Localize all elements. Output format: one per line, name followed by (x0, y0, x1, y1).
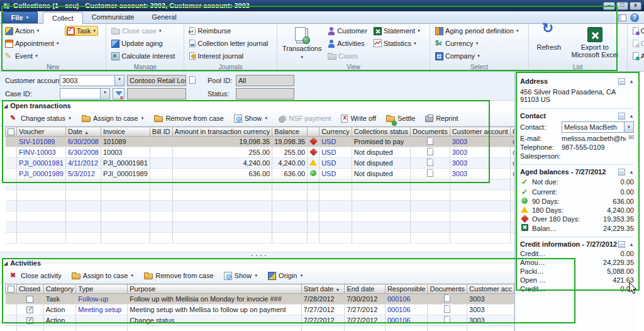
open-transactions-grid[interactable]: Voucher Date ▲ Invoice Bill ID Amount in… (5, 126, 514, 244)
col-bill-id[interactable]: Bill ID (150, 127, 172, 137)
tab-collect[interactable]: Collect (43, 12, 83, 24)
remove-from-case-button[interactable]: Remove from case (154, 115, 223, 122)
col-collections-status[interactable]: Collections status (352, 127, 410, 137)
col-category[interactable]: Category (43, 284, 76, 294)
col-invoice[interactable]: Invoice (101, 127, 150, 137)
document-note-icon[interactable] (189, 76, 196, 84)
origin-button[interactable]: Origin (268, 272, 303, 280)
layout-icon[interactable] (618, 14, 626, 21)
chevron-up-icon[interactable]: ▲ (629, 242, 634, 247)
table-row[interactable]: Task Follow-up Follow up with Mellisia o… (6, 294, 514, 305)
tab-communicate[interactable]: Communicate (83, 11, 143, 23)
change-status-button[interactable]: Change status (10, 115, 72, 123)
select-all-checkbox[interactable] (6, 284, 17, 294)
select-all-checkbox[interactable] (6, 127, 17, 137)
table-row[interactable]: Action Change status 7/27/2012 7/27/2012… (6, 315, 514, 326)
document-icon[interactable] (427, 148, 433, 155)
view-customer-button[interactable]: Customer (326, 26, 369, 36)
action-button[interactable]: Action (4, 26, 61, 36)
document-icon[interactable] (444, 316, 450, 323)
chevron-down-icon[interactable] (114, 76, 124, 86)
document-icon[interactable] (427, 169, 433, 177)
statement-button[interactable]: Statement (372, 26, 422, 36)
col-status-icon[interactable] (308, 127, 319, 137)
chevron-down-icon[interactable]: ▼ (624, 122, 633, 132)
chevron-down-icon[interactable] (100, 89, 109, 99)
update-aging-button[interactable]: Update aging (110, 38, 176, 48)
col-documents[interactable]: Documents (428, 284, 467, 294)
company-button[interactable]: Company (434, 51, 521, 61)
col-amount[interactable]: Amount in transaction currency (172, 127, 272, 137)
col-purpose[interactable]: Purpose (128, 284, 302, 294)
table-row[interactable]: PJI_00001981 4/11/2012 PJI_00001981 4,24… (6, 158, 515, 169)
view-activities-button[interactable]: Activities (326, 38, 369, 48)
maximize-button[interactable] (616, 2, 628, 10)
reimburse-button[interactable]: Reimburse (188, 26, 269, 36)
close-activity-button[interactable]: Close activity (10, 272, 62, 280)
help-icon[interactable] (630, 13, 639, 22)
table-row[interactable]: FINV-10003 6/30/2008 10003 255.00 255.00… (6, 147, 515, 158)
pane-splitter[interactable] (0, 252, 514, 258)
col-voucher[interactable]: Voucher (17, 127, 66, 137)
mail-icon[interactable] (628, 134, 634, 142)
close-button[interactable] (630, 2, 641, 10)
chevron-up-icon[interactable]: ▲ (629, 113, 634, 119)
task-button[interactable]: Task (65, 26, 99, 36)
tab-general[interactable]: General (143, 11, 185, 23)
minimize-button[interactable] (603, 2, 615, 10)
filter-funnel-button[interactable] (113, 88, 125, 99)
activities-header[interactable]: ◢Activities (0, 258, 514, 268)
documents-activity-button[interactable]: Activity (631, 51, 644, 61)
col-end-date[interactable]: End date (345, 284, 386, 294)
chevron-up-icon[interactable]: ▲ (629, 79, 634, 84)
open-transactions-header[interactable]: ◢Open transactions (0, 101, 514, 111)
interest-journal-button[interactable]: Interest journal (188, 51, 269, 61)
closed-checkbox[interactable] (26, 296, 33, 303)
table-row[interactable]: PJI_00001989 5/3/2012 PJI_00001989 636.0… (6, 169, 515, 179)
chevron-up-icon[interactable]: ▲ (629, 169, 634, 175)
col-responsible[interactable]: Responsible (385, 284, 428, 294)
customer-account-combo[interactable]: 3003 (60, 75, 125, 86)
closed-checkbox[interactable] (26, 306, 33, 313)
remove-from-case-button[interactable]: Remove from case (144, 272, 213, 279)
file-menu-button[interactable]: File (3, 11, 38, 23)
collection-letter-journal-button[interactable]: Collection letter journal (188, 38, 269, 48)
col-start-date[interactable]: Start date ▼ (301, 284, 345, 294)
activities-grid[interactable]: Closed Category Type Purpose Start date … (5, 284, 514, 331)
currency-button[interactable]: Currency (434, 38, 521, 48)
col-date[interactable]: Date ▲ (65, 127, 101, 137)
notes-icon[interactable] (618, 169, 625, 176)
notes-icon[interactable] (618, 113, 625, 120)
closed-checkbox[interactable] (26, 317, 33, 324)
case-id-combo[interactable] (60, 88, 110, 99)
event-button[interactable]: Event (4, 51, 61, 61)
documents-customer-button[interactable]: Customer (631, 26, 644, 36)
calculate-interest-button[interactable]: Calculate interest (110, 51, 176, 61)
statistics-button[interactable]: Statistics (372, 38, 422, 48)
show-button[interactable]: Show (224, 272, 258, 280)
table-row[interactable]: Action Meeting setup Meeting setup with … (6, 305, 514, 315)
transactions-button[interactable]: Transactions (281, 26, 323, 61)
email-value[interactable]: melissa.macbeth@home.consc (562, 135, 626, 142)
export-to-excel-button[interactable]: Export to Microsoft Excel (570, 26, 619, 59)
col-customer-account[interactable]: Customer acc (467, 284, 514, 294)
appointment-button[interactable]: Appointment (4, 38, 61, 48)
notes-icon[interactable] (618, 78, 625, 85)
document-icon[interactable] (427, 137, 433, 145)
document-icon[interactable] (444, 295, 450, 302)
reprint-button[interactable]: Reprint (425, 115, 458, 122)
document-icon[interactable] (444, 305, 450, 313)
col-documents[interactable]: Documents (411, 127, 450, 137)
col-customer-account[interactable]: Customer account (450, 127, 510, 137)
refresh-button[interactable]: Refresh (533, 26, 565, 59)
col-closed[interactable]: Closed (17, 284, 44, 294)
col-currency[interactable]: Currency (319, 127, 352, 137)
show-button[interactable]: Show (234, 115, 268, 123)
col-type[interactable]: Type (76, 284, 128, 294)
document-icon[interactable] (427, 159, 433, 166)
col-balance[interactable]: Balance (272, 127, 308, 137)
assign-to-case-button[interactable]: Assign to case (72, 272, 135, 279)
contact-combo[interactable]: Melissa MacBeth▼ (562, 121, 634, 133)
assign-to-case-button[interactable]: Assign to case (82, 115, 145, 122)
notes-icon[interactable] (618, 241, 625, 248)
